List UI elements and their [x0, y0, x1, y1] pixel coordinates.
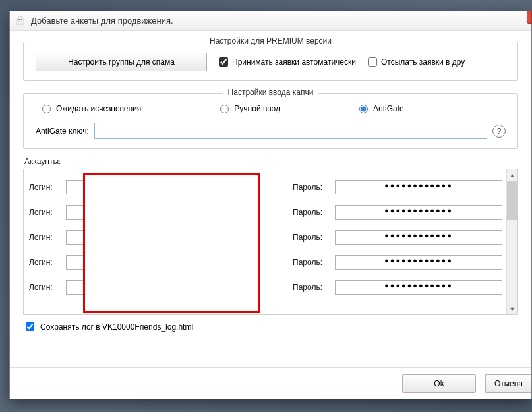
ghost-icon [15, 16, 26, 26]
password-input[interactable]: ●●●●●●●●●●●● [335, 280, 502, 295]
radio-manual-label: Ручной ввод [234, 104, 280, 113]
spam-groups-button[interactable]: Настроить группы для спама [36, 53, 207, 71]
accept-auto-input[interactable] [219, 57, 228, 67]
titlebar[interactable]: Добавьте анкеты для продвижения. [10, 11, 531, 31]
radio-wait-input[interactable] [42, 105, 51, 113]
send-requests-checkbox[interactable]: Отсылать заявки в дру [368, 57, 465, 67]
premium-legend: Настройки для PREMIUM версии [204, 36, 337, 45]
cancel-button[interactable]: Отмена [485, 374, 531, 393]
close-button[interactable] [527, 11, 532, 24]
password-label: Пароль: [293, 208, 330, 217]
save-log-label: Сохранять лог в VK10000Friends_log.html [40, 322, 193, 332]
password-label: Пароль: [293, 258, 330, 267]
radio-manual-input[interactable] [220, 105, 229, 113]
password-input[interactable]: ●●●●●●●●●●●● [335, 255, 502, 270]
dialog-footer: Ok Отмена [10, 367, 531, 399]
radio-antigate[interactable]: AntiGate [359, 104, 404, 113]
captcha-group: Настройки ввода капчи Ожидать исчезновен… [23, 93, 518, 149]
login-label: Логин: [29, 258, 61, 267]
antigate-key-label: AntiGate ключ: [36, 127, 89, 136]
redaction-box [83, 173, 260, 313]
radio-antigate-label: AntiGate [373, 104, 404, 113]
password-input[interactable]: ●●●●●●●●●●●● [335, 180, 502, 194]
svg-point-1 [21, 19, 22, 20]
ok-button[interactable]: Ok [402, 374, 476, 393]
svg-point-0 [18, 19, 20, 20]
accounts-label: Аккаунты: [24, 157, 518, 166]
window-title: Добавьте анкеты для продвижения. [31, 16, 173, 26]
premium-group: Настройки для PREMIUM версии Настроить г… [23, 42, 518, 81]
scroll-thumb[interactable] [507, 181, 517, 220]
radio-wait[interactable]: Ожидать исчезновения [42, 104, 141, 113]
scrollbar[interactable]: ▲ ▼ [506, 169, 517, 314]
login-label: Логин: [29, 283, 61, 292]
client-area: Настройки для PREMIUM версии Настроить г… [10, 31, 531, 343]
password-label: Пароль: [293, 183, 330, 192]
antigate-key-input[interactable] [94, 123, 487, 139]
password-label: Пароль: [293, 283, 330, 292]
login-label: Логин: [29, 233, 61, 242]
save-log-input[interactable] [26, 322, 34, 331]
help-icon[interactable]: ? [492, 125, 506, 138]
accept-auto-label: Принимать заявки автоматически [232, 57, 356, 67]
login-label: Логин: [29, 208, 61, 217]
radio-manual[interactable]: Ручной ввод [220, 104, 280, 113]
send-requests-input[interactable] [368, 57, 377, 67]
password-input[interactable]: ●●●●●●●●●●●● [335, 230, 502, 245]
radio-antigate-input[interactable] [359, 105, 368, 113]
login-label: Логин: [29, 183, 61, 192]
captcha-legend: Настройки ввода капчи [223, 88, 319, 97]
scroll-down-icon[interactable]: ▼ [507, 303, 517, 314]
send-requests-label: Отсылать заявки в дру [381, 57, 465, 67]
accounts-list: Логин: Пароль: ●●●●●●●●●●●● Логин: Парол… [23, 169, 518, 315]
accept-auto-checkbox[interactable]: Принимать заявки автоматически [219, 57, 356, 67]
radio-wait-label: Ожидать исчезновения [56, 104, 141, 113]
save-log-checkbox[interactable]: Сохранять лог в VK10000Friends_log.html [23, 320, 518, 333]
dialog-window: Добавьте анкеты для продвижения. Настрой… [9, 11, 532, 399]
scroll-up-icon[interactable]: ▲ [507, 169, 517, 181]
password-input[interactable]: ●●●●●●●●●●●● [335, 205, 502, 220]
password-label: Пароль: [293, 233, 330, 242]
